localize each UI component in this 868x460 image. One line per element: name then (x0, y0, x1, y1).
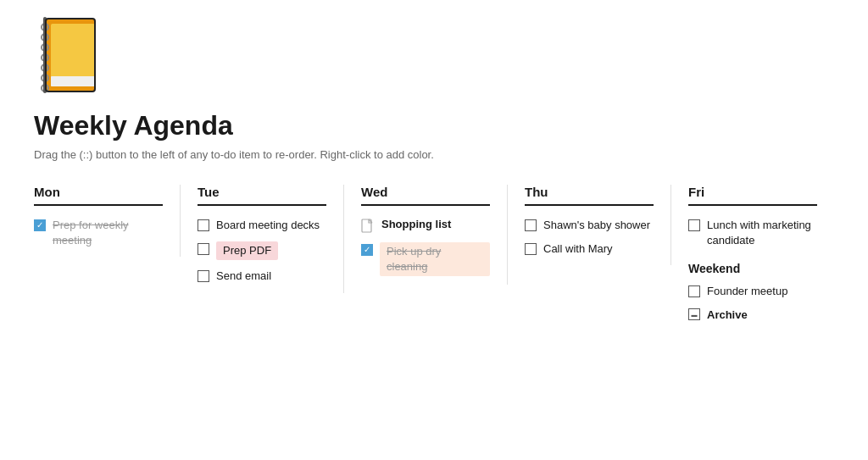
section-header-weekend: Weekend (688, 262, 817, 275)
column-mon: Mon Prep for weekly meeting (34, 185, 181, 257)
checkbox-fri-1[interactable] (688, 219, 700, 231)
task-text-mon-1: Prep for weekly meeting (53, 218, 163, 248)
column-tue: Tue Board meeting decks Prep PDF Send em… (198, 185, 344, 293)
column-fri: Fri Lunch with marketing candidate Weeke… (688, 185, 834, 321)
task-thu-2: Call with Mary (525, 241, 654, 257)
task-text-wed-2: Pick up dry cleaning (380, 242, 490, 276)
task-wknd-1: Founder meetup (688, 284, 817, 299)
task-wed-1: Shopping list (361, 218, 490, 234)
checkbox-tue-3[interactable] (198, 270, 209, 282)
task-wknd-archive: Archive (688, 308, 817, 321)
checkbox-thu-2[interactable] (525, 243, 537, 255)
column-header-fri: Fri (688, 185, 817, 206)
checkbox-tue-1[interactable] (198, 219, 209, 231)
page-subtitle: Drag the (::) button to the left of any … (34, 148, 834, 161)
checkbox-wed-2[interactable] (361, 244, 373, 256)
task-text-archive: Archive (707, 308, 748, 321)
task-text-wknd-1: Founder meetup (707, 284, 787, 299)
notebook-icon (34, 17, 834, 110)
task-mon-1: Prep for weekly meeting (34, 218, 163, 248)
task-text-fri-1: Lunch with marketing candidate (707, 218, 817, 248)
column-wed: Wed Shopping list Pick up dry cleaning (361, 185, 508, 285)
archive-box[interactable] (688, 308, 700, 320)
column-header-mon: Mon (34, 185, 163, 206)
task-text-tue-2: Prep PDF (216, 241, 278, 260)
task-wed-2: Pick up dry cleaning (361, 242, 490, 276)
task-tue-3: Send email (198, 269, 326, 284)
columns-container: Mon Prep for weekly meeting Tue Board me… (34, 185, 834, 321)
checkbox-wknd-1[interactable] (688, 285, 700, 297)
task-text-tue-3: Send email (216, 269, 271, 284)
doc-icon (361, 219, 375, 234)
checkbox-mon-1[interactable] (34, 219, 46, 231)
page-title: Weekly Agenda (34, 110, 834, 141)
column-header-wed: Wed (361, 185, 490, 206)
checkbox-thu-1[interactable] (525, 219, 537, 231)
task-thu-1: Shawn's baby shower (525, 218, 654, 233)
checkbox-tue-2[interactable] (198, 243, 209, 255)
svg-rect-3 (51, 76, 95, 86)
column-header-tue: Tue (198, 185, 326, 206)
column-thu: Thu Shawn's baby shower Call with Mary (525, 185, 671, 265)
task-text-tue-1: Board meeting decks (216, 218, 320, 233)
task-text-thu-2: Call with Mary (543, 241, 613, 257)
task-text-thu-1: Shawn's baby shower (543, 218, 650, 233)
task-tue-1: Board meeting decks (198, 218, 326, 233)
task-tue-2: Prep PDF (198, 241, 326, 260)
column-header-thu: Thu (525, 185, 654, 206)
svg-rect-14 (362, 219, 371, 232)
task-text-wed-1: Shopping list (381, 218, 451, 230)
task-fri-1: Lunch with marketing candidate (688, 218, 817, 248)
